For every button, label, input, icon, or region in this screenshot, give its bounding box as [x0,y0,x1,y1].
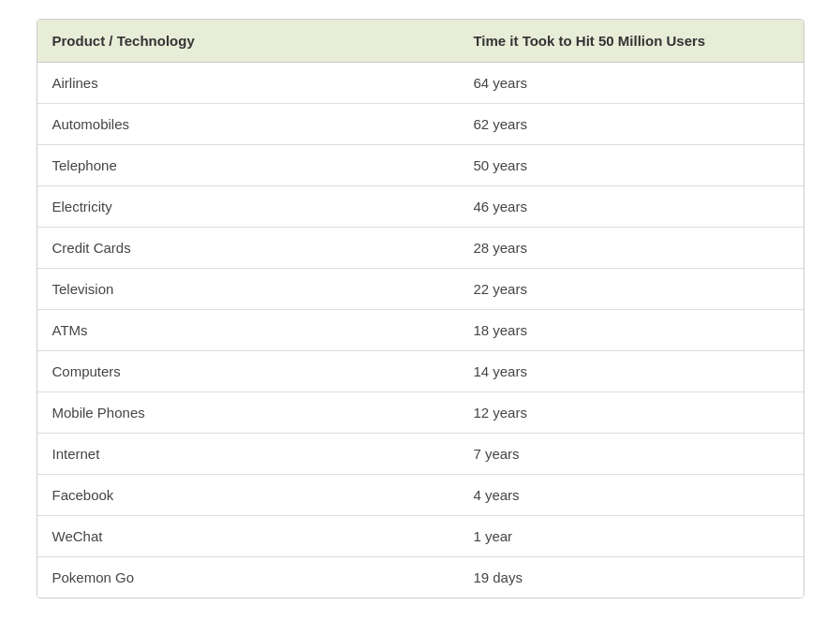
cell-product: Automobiles [37,104,459,145]
cell-time: 4 years [458,475,803,516]
cell-product: Credit Cards [37,228,459,269]
cell-product: Airlines [37,63,459,104]
cell-time: 1 year [458,516,803,557]
cell-time: 64 years [458,63,803,104]
table-row: Electricity46 years [37,186,803,228]
table-row: ATMs18 years [37,310,803,351]
cell-time: 7 years [458,434,803,475]
table-row: Credit Cards28 years [37,228,803,269]
cell-time: 14 years [458,351,803,392]
table-row: Mobile Phones12 years [37,392,803,434]
table-row: Facebook4 years [37,475,803,516]
cell-product: Computers [37,351,459,392]
cell-product: Facebook [37,475,459,516]
cell-time: 12 years [458,392,803,434]
table-row: Computers14 years [37,351,803,392]
column-header-product: Product / Technology [37,20,459,63]
table-row: Airlines64 years [37,63,803,104]
cell-time: 50 years [458,145,803,186]
cell-time: 19 days [458,557,803,598]
cell-product: Internet [37,434,459,475]
cell-product: Electricity [37,186,459,228]
cell-time: 62 years [458,104,803,145]
cell-product: Pokemon Go [37,557,459,598]
table-row: Telephone50 years [37,145,803,186]
cell-time: 28 years [458,228,803,269]
table-header-row: Product / Technology Time it Took to Hit… [37,20,803,63]
table-row: WeChat1 year [37,516,803,557]
data-table: Product / Technology Time it Took to Hit… [37,20,803,598]
table-row: Automobiles62 years [37,104,803,145]
column-header-time: Time it Took to Hit 50 Million Users [458,20,803,63]
table-row: Internet7 years [37,434,803,475]
cell-product: ATMs [37,310,459,351]
main-table-container: Product / Technology Time it Took to Hit… [37,19,804,598]
cell-product: Telephone [37,145,459,186]
cell-time: 46 years [458,186,803,228]
cell-time: 18 years [458,310,803,351]
table-body: Airlines64 yearsAutomobiles62 yearsTelep… [37,63,803,598]
cell-product: WeChat [37,516,459,557]
cell-time: 22 years [458,269,803,310]
cell-product: Television [37,269,459,310]
cell-product: Mobile Phones [37,392,459,434]
table-row: Television22 years [37,269,803,310]
table-row: Pokemon Go19 days [37,557,803,598]
